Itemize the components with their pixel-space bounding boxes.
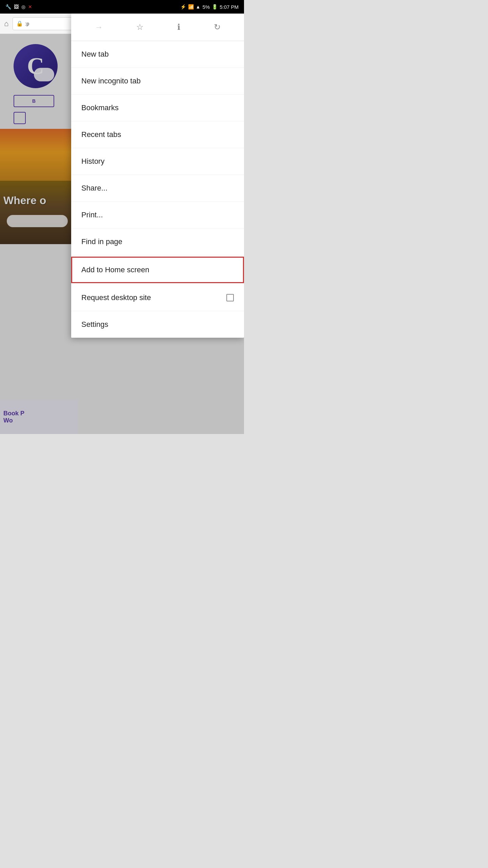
menu-item-bookmarks[interactable]: Bookmarks (71, 95, 244, 121)
menu-item-new-tab[interactable]: New tab (71, 41, 244, 68)
menu-item-label: Print... (81, 211, 103, 219)
menu-item-label: Share... (81, 184, 107, 193)
menu-item-new-incognito-tab[interactable]: New incognito tab (71, 68, 244, 95)
menu-item-label: Bookmarks (81, 103, 119, 112)
menu-item-request-desktop-site[interactable]: Request desktop site (71, 284, 244, 311)
menu-item-find-in-page[interactable]: Find in page (71, 229, 244, 255)
battery-percent: 5% (202, 4, 210, 10)
forward-icon[interactable]: → (92, 20, 105, 35)
refresh-icon[interactable]: ↻ (211, 20, 223, 35)
menu-item-add-to-home-screen[interactable]: Add to Home screen (71, 257, 244, 283)
desktop-site-checkbox[interactable] (226, 294, 234, 301)
battery-icon: 🔋 (212, 4, 218, 9)
status-bar-right-icons: ⚡ 📶 ▲ 5% 🔋 5:07 PM (180, 4, 239, 10)
menu-item-label: New incognito tab (81, 77, 141, 85)
menu-item-label: Find in page (81, 237, 122, 246)
menu-toolbar: → ☆ ℹ ↻ (71, 14, 244, 41)
wrench-icon: 🔧 (5, 4, 11, 9)
menu-item-label: New tab (81, 50, 109, 59)
status-bar: 🔧 🖼 ◎ ✕ ⚡ 📶 ▲ 5% 🔋 5:07 PM (0, 0, 244, 14)
home-button[interactable]: ⌂ (3, 18, 10, 29)
browser-menu: → ☆ ℹ ↻ New tab New incognito tab Bookma… (71, 14, 244, 338)
menu-item-label: Settings (81, 320, 108, 329)
image-icon: 🖼 (14, 4, 19, 9)
menu-item-label: Recent tabs (81, 130, 121, 139)
target-icon: ◎ (21, 4, 25, 9)
url-text: :p (25, 21, 29, 26)
wifi-icon: 📶 (188, 4, 194, 9)
menu-item-history[interactable]: History (71, 148, 244, 175)
menu-item-label: History (81, 157, 104, 166)
menu-item-print[interactable]: Print... (71, 202, 244, 229)
menu-item-settings[interactable]: Settings (71, 311, 244, 338)
bookmark-icon[interactable]: ☆ (134, 20, 146, 35)
menu-item-share[interactable]: Share... (71, 175, 244, 202)
bluetooth-icon: ⚡ (180, 4, 186, 9)
menu-item-label: Add to Home screen (81, 265, 149, 274)
menu-item-label: Request desktop site (81, 293, 151, 302)
info-icon[interactable]: ℹ (175, 20, 183, 35)
menu-item-recent-tabs[interactable]: Recent tabs (71, 121, 244, 148)
lock-icon: 🔒 (16, 20, 23, 27)
clock: 5:07 PM (220, 4, 239, 10)
signal-icon: ▲ (196, 4, 201, 9)
status-bar-left-icons: 🔧 🖼 ◎ ✕ (5, 4, 32, 9)
alert-icon: ✕ (28, 4, 32, 9)
